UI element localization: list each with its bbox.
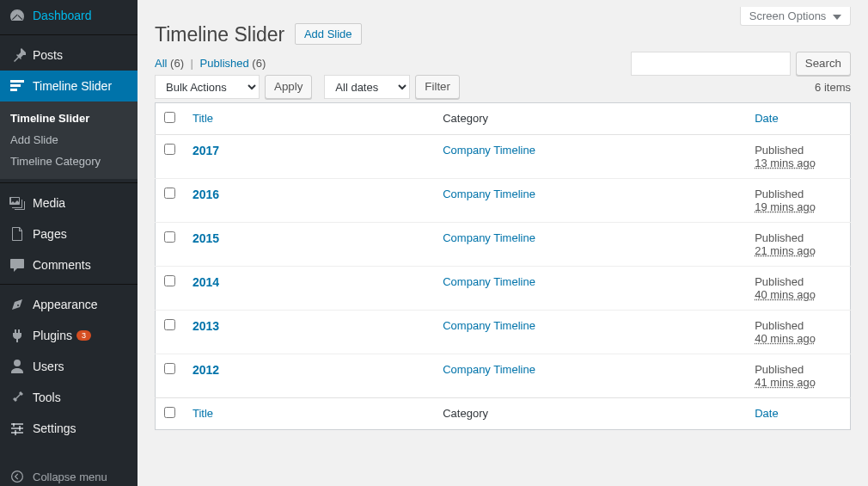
menu-label: Plugins (33, 329, 72, 342)
menu-label: Posts (33, 48, 63, 62)
row-category-link[interactable]: Company Timeline (443, 231, 535, 244)
menu-item-posts[interactable]: Posts (0, 40, 138, 71)
row-time: 21 mins ago (755, 244, 816, 257)
row-checkbox[interactable] (164, 144, 175, 155)
menu-label: Dashboard (33, 9, 92, 22)
table-row: 2017Company TimelinePublished13 mins ago (156, 135, 851, 179)
search-input[interactable] (631, 52, 791, 76)
menu-item-tools[interactable]: Tools (0, 382, 138, 413)
table-row: 2014Company TimelinePublished40 mins ago (156, 267, 851, 311)
menu-item-media[interactable]: Media (0, 188, 138, 218)
page-icon (9, 225, 26, 243)
pin-icon (9, 46, 26, 64)
table-row: 2015Company TimelinePublished21 mins ago (156, 223, 851, 267)
menu-separator (0, 179, 138, 183)
row-checkbox[interactable] (164, 319, 175, 330)
date-filter-select[interactable]: All dates (324, 75, 410, 99)
timeline-icon (9, 77, 26, 95)
submenu-timeline-slider: Timeline SliderAdd SlideTimeline Categor… (0, 102, 138, 179)
add-slide-button[interactable]: Add Slide (295, 23, 362, 45)
appearance-icon (9, 296, 26, 313)
svg-rect-4 (13, 423, 15, 427)
apply-button[interactable]: Apply (265, 75, 312, 99)
svg-rect-8 (15, 430, 16, 435)
svg-rect-5 (11, 428, 23, 429)
column-header-date[interactable]: Date (755, 112, 778, 125)
table-row: 2012Company TimelinePublished41 mins ago (156, 354, 851, 398)
chevron-down-icon (833, 15, 841, 20)
row-checkbox[interactable] (164, 363, 175, 374)
filter-published-link[interactable]: Published (200, 57, 249, 70)
plugin-icon (9, 327, 26, 344)
column-header-category: Category (443, 407, 488, 420)
row-category-link[interactable]: Company Timeline (443, 319, 535, 332)
menu-item-settings[interactable]: Settings (0, 413, 138, 444)
submenu-item[interactable]: Timeline Slider (0, 108, 138, 129)
menu-item-plugins[interactable]: Plugins3 (0, 320, 138, 351)
search-button[interactable]: Search (796, 52, 851, 76)
row-status: Published (755, 188, 804, 200)
menu-item-comments[interactable]: Comments (0, 249, 138, 280)
row-time: 13 mins ago (755, 157, 816, 169)
table-row: 2016Company TimelinePublished19 mins ago (156, 179, 851, 223)
update-badge: 3 (76, 330, 91, 341)
screen-options-toggle[interactable]: Screen Options (740, 7, 851, 26)
row-category-link[interactable]: Company Timeline (443, 363, 535, 376)
menu-item-users[interactable]: Users (0, 351, 138, 382)
user-icon (9, 358, 26, 375)
menu-item-timeline-slider[interactable]: Timeline Slider (0, 71, 138, 102)
row-time: 41 mins ago (755, 376, 816, 389)
admin-content: Screen Options Timeline Slider Add Slide… (138, 0, 868, 486)
row-title-link[interactable]: 2017 (193, 144, 219, 157)
row-checkbox[interactable] (164, 231, 175, 243)
row-title-link[interactable]: 2016 (193, 188, 219, 201)
column-header-title[interactable]: Title (193, 407, 213, 420)
svg-rect-2 (10, 89, 17, 91)
row-title-link[interactable]: 2012 (193, 363, 219, 377)
admin-sidebar: DashboardPostsTimeline SliderTimeline Sl… (0, 0, 138, 486)
row-category-link[interactable]: Company Timeline (443, 188, 535, 200)
submenu-item[interactable]: Timeline Category (0, 151, 138, 172)
row-title-link[interactable]: 2013 (193, 319, 219, 333)
menu-label: Comments (33, 258, 91, 272)
collapse-menu-button[interactable]: Collapse menu (0, 461, 138, 486)
svg-point-9 (12, 471, 23, 483)
row-category-link[interactable]: Company Timeline (443, 144, 535, 157)
bulk-actions-select[interactable]: Bulk Actions (155, 75, 260, 99)
row-status: Published (755, 363, 804, 376)
row-time: 40 mins ago (755, 332, 816, 345)
svg-rect-7 (11, 432, 23, 434)
settings-icon (9, 420, 26, 437)
menu-label: Timeline Slider (33, 79, 112, 93)
submenu-item[interactable]: Add Slide (0, 129, 138, 151)
menu-item-dashboard[interactable]: Dashboard (0, 0, 138, 31)
row-checkbox[interactable] (164, 275, 175, 286)
filter-button[interactable]: Filter (415, 75, 460, 99)
row-title-link[interactable]: 2014 (193, 275, 219, 289)
row-status: Published (755, 319, 804, 332)
column-header-date[interactable]: Date (755, 407, 778, 420)
svg-rect-1 (10, 84, 21, 87)
row-checkbox[interactable] (164, 188, 175, 199)
select-all-checkbox-footer[interactable] (164, 407, 175, 418)
select-all-checkbox[interactable] (164, 112, 175, 123)
row-status: Published (755, 144, 804, 157)
menu-label: Media (33, 196, 65, 210)
menu-label: Tools (33, 391, 61, 404)
row-status: Published (755, 275, 804, 288)
menu-item-appearance[interactable]: Appearance (0, 289, 138, 320)
row-time: 40 mins ago (755, 288, 816, 301)
filter-all-link[interactable]: All (155, 57, 167, 70)
column-header-category: Category (443, 112, 488, 125)
column-header-title[interactable]: Title (193, 112, 213, 125)
item-count: 6 items (815, 81, 851, 94)
row-category-link[interactable]: Company Timeline (443, 275, 535, 288)
comment-icon (9, 256, 26, 274)
menu-item-pages[interactable]: Pages (0, 218, 138, 249)
row-title-link[interactable]: 2015 (193, 231, 219, 245)
menu-label: Appearance (33, 298, 98, 311)
svg-rect-6 (19, 426, 21, 431)
menu-label: Users (33, 360, 64, 373)
menu-label: Pages (33, 227, 67, 241)
row-status: Published (755, 231, 804, 244)
